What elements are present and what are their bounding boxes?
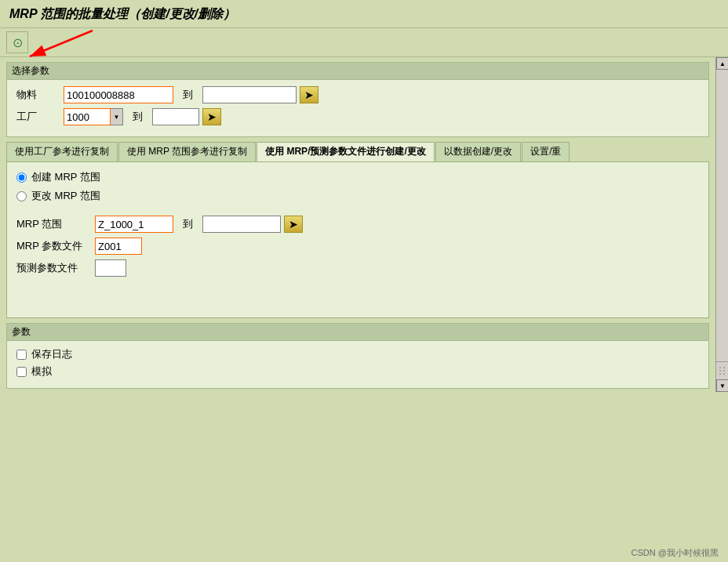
material-row: 物料 到 ➤	[16, 86, 699, 103]
material-to-label: 到	[183, 88, 193, 102]
tab-5[interactable]: 设置/重	[522, 142, 570, 161]
params-content: 保存日志 模拟	[7, 341, 708, 388]
select-params-content: 物料 到 ➤ 工厂	[7, 80, 708, 136]
modify-mrp-label: 更改 MRP 范围	[31, 189, 100, 203]
params-header: 参数	[7, 324, 708, 341]
simulate-row: 模拟	[16, 364, 699, 379]
page-title: MRP 范围的批量处理（创建/更改/删除）	[9, 6, 719, 23]
browse-icon-3: ➤	[289, 218, 298, 230]
mrp-range-input[interactable]	[95, 216, 173, 233]
simulate-label: 模拟	[31, 364, 52, 379]
material-to-input[interactable]	[202, 86, 297, 103]
save-log-row: 保存日志	[16, 347, 699, 361]
back-icon: ⊙	[13, 35, 23, 50]
mrp-range-to-input[interactable]	[202, 216, 281, 233]
mrp-range-input-area: 到 ➤	[95, 216, 303, 233]
tab-4[interactable]: 以数据创建/更改	[435, 142, 521, 161]
svg-line-1	[30, 31, 93, 56]
plant-input[interactable]	[64, 108, 111, 125]
plant-to-label: 到	[133, 110, 143, 124]
plant-label: 工厂	[16, 110, 64, 124]
select-params-header: 选择参数	[7, 63, 708, 80]
tab-3[interactable]: 使用 MRP/预测参数文件进行创建/更改	[257, 142, 435, 161]
mrp-param-input[interactable]	[95, 237, 142, 255]
mrp-range-browse-button[interactable]: ➤	[284, 216, 303, 233]
tab-2[interactable]: 使用 MRP 范围参考进行复制	[118, 142, 256, 161]
save-log-checkbox[interactable]	[16, 350, 27, 360]
forecast-param-row: 预测参数文件	[16, 259, 699, 277]
material-label: 物料	[16, 88, 64, 102]
plant-browse-button[interactable]: ➤	[202, 108, 221, 125]
params-section: 参数 保存日志 模拟	[6, 323, 709, 389]
browse-icon: ➤	[304, 89, 314, 101]
forecast-param-label: 预测参数文件	[16, 261, 95, 275]
material-input-area: 到 ➤	[64, 86, 318, 103]
tab-panel: 创建 MRP 范围 更改 MRP 范围 MRP 范围 到 ➤	[6, 161, 709, 318]
back-button[interactable]: ⊙	[6, 31, 28, 53]
modify-radio-row: 更改 MRP 范围	[16, 189, 699, 203]
scroll-track[interactable]	[716, 70, 728, 361]
content-area: 选择参数 物料 到 ➤ 工厂	[0, 57, 715, 392]
create-radio-row: 创建 MRP 范围	[16, 170, 699, 184]
title-bar: MRP 范围的批量处理（创建/更改/删除）	[0, 0, 728, 28]
mrp-param-row: MRP 参数文件	[16, 237, 699, 255]
material-browse-button[interactable]: ➤	[300, 86, 318, 103]
plant-input-area: ▼ 到 ➤	[64, 108, 221, 125]
plant-input-with-btn: ▼	[64, 108, 123, 125]
scroll-down-button[interactable]: ▼	[716, 379, 728, 392]
plant-select-button[interactable]: ▼	[111, 108, 123, 125]
footer-watermark: CSDN @我小时候很黑	[632, 547, 719, 559]
scroll-up-button[interactable]: ▲	[716, 57, 728, 70]
scrollbar-right[interactable]: ▲ ▼	[715, 57, 728, 392]
grip-dots	[718, 365, 726, 376]
tab-1[interactable]: 使用工厂参考进行复制	[6, 142, 118, 161]
create-mrp-label: 创建 MRP 范围	[31, 170, 100, 184]
mrp-range-label: MRP 范围	[16, 217, 95, 231]
main-area: 选择参数 物料 到 ➤ 工厂	[0, 57, 728, 392]
mrp-param-label: MRP 参数文件	[16, 239, 95, 253]
create-mrp-radio[interactable]	[16, 172, 27, 183]
forecast-param-input[interactable]	[95, 259, 126, 277]
toolbar: ⊙	[0, 28, 728, 57]
browse-icon-2: ➤	[207, 111, 217, 123]
tabs-bar: 使用工厂参考进行复制 使用 MRP 范围参考进行复制 使用 MRP/预测参数文件…	[6, 142, 709, 161]
plant-to-input[interactable]	[152, 108, 199, 125]
modify-mrp-radio[interactable]	[16, 191, 27, 201]
save-log-label: 保存日志	[31, 347, 72, 361]
simulate-checkbox[interactable]	[16, 367, 27, 377]
material-input[interactable]	[64, 86, 173, 103]
select-params-section: 选择参数 物料 到 ➤ 工厂	[6, 62, 709, 137]
plant-row: 工厂 ▼ 到 ➤	[16, 108, 699, 125]
mrp-range-row: MRP 范围 到 ➤	[16, 216, 699, 233]
mrp-range-to-label: 到	[183, 217, 193, 231]
grip-area	[716, 361, 728, 379]
